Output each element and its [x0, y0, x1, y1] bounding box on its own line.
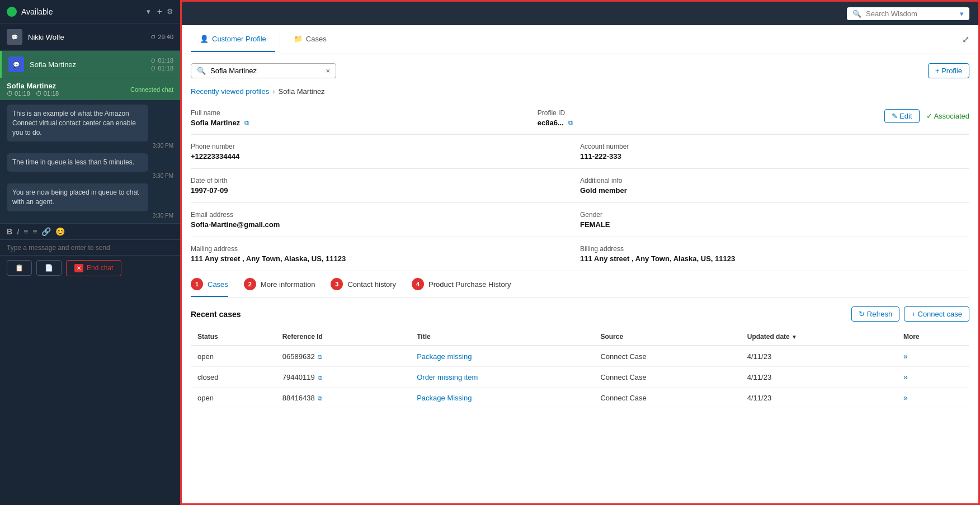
tab-profile-icon: 👤 [200, 35, 209, 43]
profile-id-copy-button[interactable]: ⧉ [567, 119, 574, 126]
contact-name-sofia: Sofia Martinez [30, 60, 150, 69]
left-panel: Available ▾ + ⚙ 💬 Nikki Wolfe ⏱ 29:40 [0, 0, 180, 505]
sub-tab-product-history[interactable]: 4 Product Purchase History [412, 278, 511, 297]
billing-value: 111 Any street , Any Town, Alaska, US, 1… [580, 254, 969, 263]
add-contact-icon[interactable]: + [157, 7, 162, 17]
profile-header: Full name Sofia Martinez ⧉ Profile ID ec… [191, 102, 969, 134]
add-profile-button[interactable]: + Profile [928, 63, 969, 78]
row1-copy-button[interactable]: ⧉ [317, 353, 323, 361]
dob-section: Date of birth 1997-07-09 [191, 169, 580, 203]
share-icon[interactable]: ⤢ [962, 34, 969, 45]
recent-cases-title: Recent cases [191, 310, 241, 319]
tab-cases[interactable]: 📁 Cases [285, 27, 336, 52]
top-bar: 🔍 ▾ [182, 2, 978, 25]
row3-date: 4/11/23 [741, 388, 897, 408]
row3-more[interactable]: » [897, 388, 969, 408]
row2-date: 4/11/23 [741, 367, 897, 388]
end-chat-button[interactable]: ✕ End chat [66, 260, 121, 276]
link-icon[interactable]: 🔗 [41, 227, 51, 236]
row1-ref-id: 06589632 ⧉ [276, 346, 410, 367]
col-more: More [897, 328, 969, 346]
task-button[interactable]: 📋 [7, 260, 32, 276]
chat-actions-bar: 📋 📄 ✕ End chat [0, 255, 180, 281]
row2-source: Connect Case [593, 367, 740, 388]
row3-title[interactable]: Package Missing [410, 388, 593, 408]
contact-avatar-sofia: 💬 [8, 56, 24, 72]
sub-tab-product-history-label: Product Purchase History [428, 280, 511, 289]
msg-bubble-2: The time in queue is less than 5 minutes… [7, 153, 148, 172]
contact-info-sofia: Sofia Martinez [30, 60, 150, 69]
row3-status: open [191, 388, 276, 408]
chat-message-3: You are now being placed in queue to cha… [7, 183, 173, 219]
sofia-time2: 01:18 [158, 65, 173, 72]
full-name-copy-button[interactable]: ⧉ [243, 119, 250, 126]
tab-cases-label: Cases [306, 35, 327, 43]
search-wisdom-dropdown-icon[interactable]: ▾ [960, 10, 964, 18]
msg-bubble-3: You are now being placed in queue to cha… [7, 183, 148, 211]
emoji-icon[interactable]: 😊 [55, 227, 65, 236]
row2-more[interactable]: » [897, 367, 969, 388]
breadcrumb-link[interactable]: Recently viewed profiles [191, 87, 269, 96]
chat-input[interactable] [7, 244, 173, 252]
bold-icon[interactable]: B [7, 227, 12, 236]
tab-cases-icon: 📁 [294, 35, 303, 43]
sub-tab-product-history-badge: 4 [412, 278, 424, 290]
row2-title[interactable]: Order missing item [410, 367, 593, 388]
connect-case-button[interactable]: + Connect case [904, 306, 969, 322]
italic-icon[interactable]: I [17, 227, 19, 236]
search-wisdom-input[interactable] [866, 10, 955, 18]
sort-icon: ▼ [791, 334, 797, 340]
unordered-list-icon[interactable]: ≡ [32, 227, 37, 236]
dob-label: Date of birth [191, 177, 569, 185]
recent-cases-header: Recent cases ↻ Refresh + Connect case [191, 306, 969, 322]
phone-section: Phone number +12223334444 [191, 135, 580, 169]
msg-time-2: 3:30 PM [7, 173, 173, 179]
row1-title[interactable]: Package missing [410, 346, 593, 367]
edit-button[interactable]: ✎ Edit [884, 109, 920, 123]
contact-item-sofia[interactable]: 💬 Sofia Martinez ⏱ 01:18 ⏱ 01:18 [0, 51, 180, 78]
sub-tab-cases[interactable]: 1 Cases [191, 278, 228, 297]
row2-ref-id: 79440119 ⧉ [276, 367, 410, 388]
email-value: Sofia-Martine@gmail.com [191, 220, 569, 229]
profile-search-input[interactable] [210, 67, 321, 75]
row1-more[interactable]: » [897, 346, 969, 367]
sub-tab-contact-history[interactable]: 3 Contact history [331, 278, 396, 297]
profile-search-clear-icon[interactable]: × [326, 67, 330, 75]
table-row: closed 79440119 ⧉ Order missing item Con… [191, 367, 969, 388]
sub-tab-more-info-label: More information [261, 280, 315, 289]
chat-time2: 01:18 [44, 90, 59, 97]
profile-search-bar[interactable]: 🔍 × [191, 63, 336, 78]
col-updated-date[interactable]: Updated date ▼ [741, 328, 897, 346]
additional-section: Additional info Gold member [580, 169, 969, 203]
ordered-list-icon[interactable]: ≡ [23, 227, 28, 236]
mailing-value: 111 Any street , Any Town, Alaska, US, 1… [191, 254, 569, 263]
sub-tab-more-info[interactable]: 2 More information [244, 278, 315, 297]
contact-item-nikki[interactable]: 💬 Nikki Wolfe ⏱ 29:40 [0, 23, 180, 51]
row3-copy-button[interactable]: ⧉ [317, 395, 323, 402]
tab-divider [280, 33, 280, 46]
row1-source: Connect Case [593, 346, 740, 367]
dob-value: 1997-07-09 [191, 186, 569, 195]
mailing-label: Mailing address [191, 245, 569, 253]
row1-date: 4/11/23 [741, 346, 897, 367]
search-wisdom-bar[interactable]: 🔍 ▾ [847, 7, 969, 20]
account-label: Account number [580, 143, 969, 150]
additional-label: Additional info [580, 177, 969, 185]
status-dropdown-icon[interactable]: ▾ [147, 7, 150, 16]
status-label: Available [21, 7, 147, 16]
refresh-button[interactable]: ↻ Refresh [851, 306, 899, 322]
active-chat-name: Sofia Martinez [7, 82, 59, 90]
row2-copy-button[interactable]: ⧉ [317, 374, 323, 381]
sub-tab-cases-badge: 1 [191, 278, 203, 290]
settings-icon[interactable]: ⚙ [167, 7, 173, 16]
task-icon: 📋 [15, 264, 23, 272]
right-panel: 🔍 ▾ 👤 Customer Profile 📁 Cases ⤢ [180, 0, 980, 505]
note-button[interactable]: 📄 [36, 260, 62, 276]
tab-customer-profile[interactable]: 👤 Customer Profile [191, 27, 275, 52]
search-wisdom-icon: 🔍 [852, 10, 861, 18]
row1-status: open [191, 346, 276, 367]
profile-id-section: Profile ID ec8a6... ⧉ [538, 109, 884, 127]
breadcrumb-separator: › [272, 87, 275, 96]
sub-tab-cases-label: Cases [208, 280, 228, 289]
contact-time-nikki: 29:40 [158, 34, 173, 40]
